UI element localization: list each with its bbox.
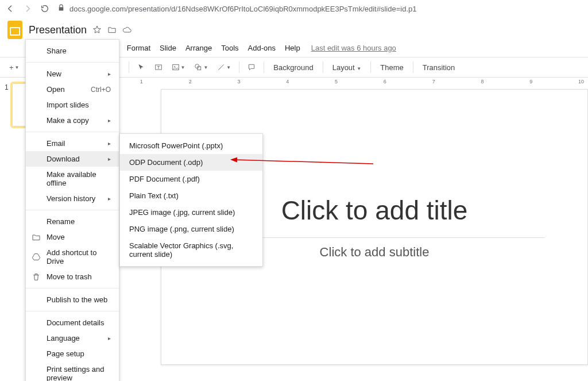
menu-history[interactable]: Version history▸ [26, 191, 119, 206]
transition-button[interactable]: Transition [418, 61, 460, 74]
move-folder-icon[interactable] [107, 25, 117, 34]
menu-tools[interactable]: Tools [217, 41, 242, 55]
dl-odp[interactable]: ODP Document (.odp) [120, 154, 262, 171]
svg-point-3 [174, 66, 175, 67]
dl-jpg[interactable]: JPEG image (.jpg, current slide) [120, 204, 262, 221]
drive-icon [32, 252, 41, 261]
menu-arrange[interactable]: Arrange [181, 41, 216, 55]
file-menu-dropdown: Share New▸ OpenCtrl+O Import slides Make… [25, 39, 119, 381]
dl-png[interactable]: PNG image (.png, current slide) [120, 221, 262, 237]
star-icon[interactable] [92, 25, 102, 34]
menu-slide[interactable]: Slide [156, 41, 180, 55]
address-bar[interactable]: docs.google.com/presentation/d/16Ndse8WK… [57, 4, 416, 13]
menu-printsettings[interactable]: Print settings and preview [26, 361, 119, 381]
menu-help[interactable]: Help [281, 41, 304, 55]
forward-icon[interactable] [23, 4, 32, 13]
menu-rename[interactable]: Rename [26, 214, 119, 229]
lock-icon [57, 4, 65, 13]
select-icon[interactable] [134, 61, 149, 74]
reload-icon[interactable] [40, 4, 49, 13]
last-edit-link[interactable]: Last edit was 6 hours ago [311, 44, 396, 52]
ruler-horizontal: 1 2 3 4 5 6 7 8 9 10 [101, 78, 588, 87]
dl-txt[interactable]: Plain Text (.txt) [120, 187, 262, 204]
menu-format[interactable]: Format [123, 41, 154, 55]
background-button[interactable]: Background [269, 61, 318, 74]
menu-publish[interactable]: Publish to the web [26, 292, 119, 307]
image-icon[interactable]: ▼ [168, 61, 189, 74]
slides-logo-icon[interactable] [6, 21, 24, 39]
download-submenu: Microsoft PowerPoint (.pptx) ODP Documen… [119, 133, 263, 267]
subtitle-placeholder[interactable]: Click to add subtitle [320, 245, 430, 260]
menu-share[interactable]: Share [26, 43, 119, 59]
folder-icon [32, 233, 41, 242]
dl-pptx[interactable]: Microsoft PowerPoint (.pptx) [120, 137, 262, 154]
menu-trash[interactable]: Move to trash [26, 269, 119, 284]
menu-language[interactable]: Language▸ [26, 330, 119, 346]
menu-new[interactable]: New▸ [26, 66, 119, 82]
textbox-icon[interactable] [151, 61, 166, 74]
menu-addons[interactable]: Add-ons [244, 41, 280, 55]
theme-button[interactable]: Theme [376, 61, 408, 74]
menu-details[interactable]: Document details [26, 315, 119, 330]
title-placeholder[interactable]: Click to add title [281, 195, 468, 226]
menu-shortcut[interactable]: Add shortcut to Drive [26, 245, 119, 269]
comment-icon[interactable] [244, 61, 259, 74]
browser-toolbar: docs.google.com/presentation/d/16Ndse8WK… [0, 0, 588, 17]
menu-copy[interactable]: Make a copy▸ [26, 113, 119, 128]
menu-import[interactable]: Import slides [26, 97, 119, 113]
menu-email[interactable]: Email▸ [26, 136, 119, 151]
new-slide-button[interactable]: +▼ [6, 61, 23, 74]
url-text: docs.google.com/presentation/d/16Ndse8WK… [69, 5, 416, 13]
dl-pdf[interactable]: PDF Document (.pdf) [120, 171, 262, 187]
layout-button[interactable]: Layout ▼ [328, 61, 366, 74]
back-icon[interactable] [6, 4, 15, 13]
thumb-number: 1 [5, 83, 9, 126]
svg-point-4 [195, 64, 199, 68]
shape-icon[interactable]: ▼ [191, 61, 211, 74]
trash-icon [32, 272, 41, 282]
line-icon[interactable]: ▼ [214, 61, 234, 74]
cloud-icon[interactable] [122, 25, 131, 34]
menu-offline[interactable]: Make available offline [26, 167, 119, 191]
menu-download[interactable]: Download▸ [26, 151, 119, 167]
title-bar: Presentation [0, 17, 588, 39]
menu-move[interactable]: Move [26, 229, 119, 245]
dl-svg[interactable]: Scalable Vector Graphics (.svg, current … [120, 237, 262, 263]
menu-open[interactable]: OpenCtrl+O [26, 82, 119, 97]
menu-pagesetup[interactable]: Page setup [26, 346, 119, 361]
document-title[interactable]: Presentation [29, 24, 87, 36]
